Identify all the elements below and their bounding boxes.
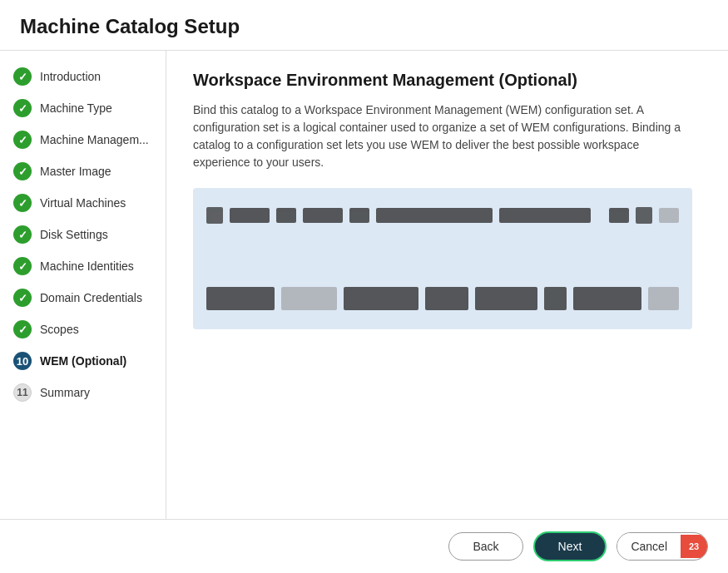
sidebar-item-label: Machine Identities [40, 259, 134, 273]
cancel-group: Cancel 23 [617, 532, 708, 561]
cancel-button[interactable]: Cancel [617, 533, 681, 560]
sidebar-item-introduction[interactable]: ✓Introduction [0, 61, 166, 92]
checkmark-icon: ✓ [18, 292, 27, 304]
sidebar-step-icon: 10 [13, 352, 32, 370]
wem-block [344, 287, 418, 310]
wem-block [609, 208, 629, 223]
sidebar-step-icon: ✓ [13, 194, 32, 212]
checkmark-icon: ✓ [18, 324, 27, 336]
sidebar-item-label: Domain Credentials [40, 291, 142, 304]
sidebar-step-icon: ✓ [13, 131, 32, 149]
sidebar-step-icon: ✓ [13, 289, 32, 307]
sidebar-step-icon: ✓ [13, 225, 32, 244]
cancel-badge: 23 [681, 535, 707, 558]
wem-preview-area [193, 188, 692, 329]
wem-block [425, 287, 468, 310]
sidebar-step-icon: ✓ [13, 320, 32, 338]
page-header: Machine Catalog Setup [0, 0, 728, 51]
checkmark-icon: ✓ [18, 134, 27, 146]
checkmark-icon: ✓ [18, 260, 27, 273]
next-button[interactable]: Next [533, 531, 607, 561]
wem-block [636, 207, 652, 224]
sidebar-item-machine-management[interactable]: ✓Machine Managem... [0, 124, 166, 156]
wem-block [303, 208, 343, 223]
sidebar-item-disk-settings[interactable]: ✓Disk Settings [0, 219, 166, 250]
sidebar-item-label: Scopes [40, 323, 79, 336]
sidebar-item-machine-type[interactable]: ✓Machine Type [0, 92, 166, 124]
sidebar: ✓Introduction✓Machine Type✓Machine Manag… [0, 51, 166, 519]
checkmark-icon: ✓ [18, 197, 27, 210]
wem-block [499, 208, 591, 223]
sidebar-item-label: Machine Type [40, 101, 112, 115]
sidebar-step-icon: ✓ [13, 257, 32, 275]
sidebar-item-label: Virtual Machines [40, 196, 126, 210]
sidebar-item-domain-credentials[interactable]: ✓Domain Credentials [0, 282, 166, 314]
sidebar-item-label: Master Image [40, 165, 111, 178]
back-button[interactable]: Back [448, 532, 522, 561]
sidebar-item-summary[interactable]: 11Summary [0, 377, 166, 408]
sidebar-item-label: WEM (Optional) [40, 354, 126, 368]
sidebar-step-icon: ✓ [13, 99, 32, 117]
sidebar-item-virtual-machines[interactable]: ✓Virtual Machines [0, 187, 166, 219]
wem-block [544, 287, 567, 310]
wem-row-2 [206, 287, 679, 310]
checkmark-icon: ✓ [18, 102, 27, 115]
sidebar-step-icon: ✓ [13, 67, 32, 86]
main-content: Workspace Environment Management (Option… [166, 51, 728, 519]
wem-block [206, 207, 223, 224]
sidebar-item-label: Summary [40, 386, 90, 399]
footer: Back Next Cancel 23 [0, 519, 728, 573]
sidebar-item-label: Disk Settings [40, 228, 108, 241]
wem-block [376, 208, 493, 223]
wem-block [230, 208, 270, 223]
checkmark-icon: ✓ [18, 165, 27, 178]
main-layout: ✓Introduction✓Machine Type✓Machine Manag… [0, 51, 728, 519]
sidebar-item-scopes[interactable]: ✓Scopes [0, 314, 166, 345]
section-description: Bind this catalog to a Workspace Environ… [193, 101, 692, 171]
sidebar-item-label: Machine Managem... [40, 133, 149, 146]
wem-row-1 [206, 207, 679, 224]
wem-block [659, 208, 679, 223]
checkmark-icon: ✓ [18, 229, 27, 241]
wem-block [573, 287, 641, 310]
sidebar-item-master-image[interactable]: ✓Master Image [0, 156, 166, 187]
sidebar-step-icon: 11 [13, 383, 32, 402]
wem-block [276, 208, 296, 223]
sidebar-item-wem-optional[interactable]: 10WEM (Optional) [0, 345, 166, 377]
wem-block [475, 287, 537, 310]
wem-block [281, 287, 337, 310]
page-title: Machine Catalog Setup [20, 15, 708, 38]
wem-block [648, 287, 679, 310]
sidebar-item-machine-identities[interactable]: ✓Machine Identities [0, 250, 166, 282]
wem-block [206, 287, 275, 310]
section-title: Workspace Environment Management (Option… [193, 71, 701, 90]
wem-block [349, 208, 369, 223]
sidebar-step-icon: ✓ [13, 162, 32, 180]
checkmark-icon: ✓ [18, 71, 27, 83]
sidebar-item-label: Introduction [40, 70, 101, 83]
